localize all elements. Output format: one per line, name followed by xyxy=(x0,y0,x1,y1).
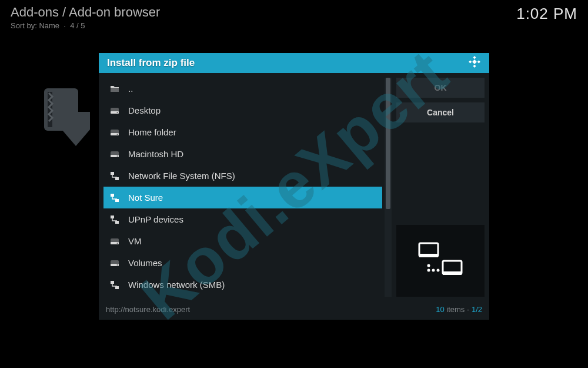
file-item-label: Home folder xyxy=(128,127,176,137)
svg-rect-19 xyxy=(115,199,119,202)
network-icon xyxy=(109,280,120,290)
drive-icon xyxy=(109,237,120,246)
zip-background-icon xyxy=(38,88,97,155)
svg-rect-33 xyxy=(443,271,462,275)
svg-rect-3 xyxy=(473,65,476,68)
svg-rect-18 xyxy=(111,194,114,197)
cancel-button[interactable]: Cancel xyxy=(396,102,485,122)
scrollbar[interactable] xyxy=(385,78,392,297)
svg-rect-17 xyxy=(115,177,119,180)
svg-rect-16 xyxy=(111,172,114,175)
page-index: 1/2 xyxy=(472,305,482,314)
svg-point-35 xyxy=(427,269,430,272)
file-item[interactable]: Windows network (SMB) xyxy=(103,274,382,296)
install-dialog: Install from zip file ..DesktopHome fold… xyxy=(99,53,489,320)
file-item[interactable]: Macintosh HD xyxy=(103,143,382,165)
file-item-label: .. xyxy=(128,84,133,94)
svg-rect-31 xyxy=(419,254,438,257)
file-list[interactable]: ..DesktopHome folderMacintosh HDNetwork … xyxy=(103,78,382,297)
topbar: Add-ons / Add-on browser Sort by: Name ·… xyxy=(11,5,577,30)
page-position: 4 / 5 xyxy=(70,21,85,30)
footer-path: http://notsure.kodi.expert xyxy=(106,305,190,314)
file-item-label: Not Sure xyxy=(128,193,163,203)
svg-point-24 xyxy=(117,243,118,244)
drive-icon xyxy=(109,106,120,115)
dialog-title: Install from zip file xyxy=(107,57,195,69)
svg-rect-29 xyxy=(115,286,119,289)
scrollbar-thumb[interactable] xyxy=(386,78,390,209)
network-icon xyxy=(109,193,120,203)
ok-button[interactable]: OK xyxy=(396,78,485,98)
svg-rect-6 xyxy=(472,59,477,64)
file-item-label: VM xyxy=(128,236,142,246)
file-item-label: Macintosh HD xyxy=(128,149,183,159)
kodi-logo-icon xyxy=(468,55,481,71)
dialog-footer: http://notsure.kodi.expert 10 items - 1/… xyxy=(99,301,489,320)
clock: 1:02 PM xyxy=(516,5,577,23)
preview-pane xyxy=(396,225,485,297)
drive-icon xyxy=(109,150,120,159)
drive-icon xyxy=(109,258,120,268)
file-item[interactable]: UPnP devices xyxy=(103,208,382,230)
breadcrumb: Add-ons / Add-on browser xyxy=(11,5,160,20)
file-item[interactable]: Desktop xyxy=(103,100,382,121)
file-item-label: UPnP devices xyxy=(128,214,183,224)
network-preview-icon xyxy=(416,242,465,280)
svg-rect-4 xyxy=(469,60,472,63)
svg-rect-28 xyxy=(111,281,114,284)
file-item[interactable]: Home folder xyxy=(103,121,382,143)
svg-rect-21 xyxy=(115,221,119,224)
file-item-label: Volumes xyxy=(128,258,162,268)
svg-point-9 xyxy=(117,112,118,113)
svg-rect-5 xyxy=(477,60,480,63)
svg-point-12 xyxy=(117,134,118,135)
file-item-label: Windows network (SMB) xyxy=(128,280,225,290)
svg-rect-2 xyxy=(473,56,476,59)
network-icon xyxy=(109,171,120,181)
svg-rect-20 xyxy=(111,216,114,218)
footer-count: 10 items - 1/2 xyxy=(436,305,482,314)
svg-point-34 xyxy=(427,264,430,267)
svg-point-36 xyxy=(432,269,435,272)
file-item[interactable]: .. xyxy=(103,78,382,100)
dialog-titlebar: Install from zip file xyxy=(99,53,489,73)
drive-icon xyxy=(109,128,120,137)
file-item-label: Desktop xyxy=(128,105,161,115)
file-item[interactable]: Network File System (NFS) xyxy=(103,165,382,187)
file-item-label: Network File System (NFS) xyxy=(128,171,235,181)
sort-line: Sort by: Name · 4 / 5 xyxy=(11,21,160,30)
sort-value: Name xyxy=(39,21,59,30)
item-suffix: items - xyxy=(445,305,472,314)
file-item[interactable]: VM xyxy=(103,230,382,252)
svg-point-15 xyxy=(117,155,118,157)
item-count: 10 xyxy=(436,305,444,314)
svg-point-37 xyxy=(437,269,440,272)
file-item[interactable]: Volumes xyxy=(103,252,382,274)
network-icon xyxy=(109,215,120,224)
folder-up-icon xyxy=(109,84,120,94)
file-item[interactable]: Not Sure xyxy=(103,187,382,208)
sort-label: Sort by: xyxy=(11,21,37,30)
svg-point-27 xyxy=(117,264,118,266)
